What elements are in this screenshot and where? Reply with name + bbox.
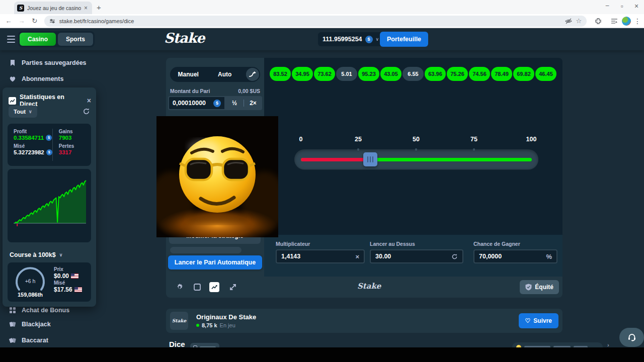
- close-icon[interactable]: ×: [87, 97, 91, 105]
- tab-list-icon[interactable]: [611, 18, 618, 24]
- result-pill[interactable]: 74.56: [469, 67, 490, 81]
- result-pill[interactable]: 95.23: [358, 67, 379, 81]
- roll-over-input[interactable]: 30.00: [370, 249, 463, 263]
- sports-tab[interactable]: Sports: [58, 33, 93, 46]
- browser-tab[interactable]: S Jouez au jeu de casino en ligne ×: [14, 2, 92, 14]
- prize-value: $0.00: [54, 273, 69, 280]
- bookmark-icon: [9, 59, 16, 66]
- chevron-down-icon[interactable]: ∨: [376, 37, 379, 42]
- result-pill[interactable]: 63.96: [425, 67, 446, 81]
- browser-tab-strip: ⌄ S Jouez au jeu de casino en ligne × + …: [0, 0, 644, 14]
- wins-label: Gains: [59, 129, 91, 134]
- window-close-button[interactable]: ×: [631, 2, 641, 10]
- stats-filter-dropdown[interactable]: Tout ∨: [9, 106, 37, 118]
- address-bar[interactable]: stake.bet/fr/casino/games/dice ☆: [44, 16, 587, 27]
- tick-label-75: 75: [470, 136, 477, 143]
- online-count: 8,75 k: [202, 322, 217, 328]
- us-flag-icon: [71, 274, 78, 279]
- tab-auto[interactable]: Auto: [207, 71, 244, 78]
- back-icon[interactable]: ←: [2, 17, 15, 25]
- sidebar-item-label: Parties sauvegardées: [22, 59, 87, 66]
- letterbox-bar: [0, 347, 644, 362]
- race-section-header[interactable]: Course à 100k$ ∨: [10, 251, 62, 258]
- swap-refresh-icon[interactable]: [451, 253, 458, 260]
- collapsed-setting-strip[interactable]: [170, 247, 242, 253]
- hamburger-menu-icon[interactable]: [7, 36, 15, 43]
- shield-check-icon: [525, 284, 532, 291]
- expand-icon[interactable]: [229, 283, 237, 291]
- forward-icon[interactable]: →: [15, 17, 28, 25]
- window-minimize-button[interactable]: –: [602, 2, 612, 9]
- result-pill[interactable]: 5.01: [336, 67, 357, 81]
- browser-menu-icon[interactable]: ⋮: [631, 17, 644, 25]
- profile-avatar[interactable]: [622, 17, 631, 26]
- fairness-button[interactable]: Équité: [520, 280, 559, 294]
- win-chance-input[interactable]: 70,0000 %: [473, 249, 557, 263]
- profit-chart-card: [8, 169, 91, 242]
- start-autobet-button[interactable]: Lancer le Pari Automatique: [168, 255, 262, 269]
- follow-button[interactable]: ♡ Suivre: [519, 313, 558, 328]
- heart-icon: [9, 75, 16, 82]
- wallet-button[interactable]: Portefeuille: [380, 32, 428, 47]
- usd-coin-icon: $: [46, 135, 52, 141]
- win-chance-value[interactable]: 70,0000: [479, 253, 546, 260]
- support-chat-button[interactable]: [619, 328, 644, 347]
- result-pill[interactable]: 78.49: [491, 67, 512, 81]
- sidebar-item-baccarat[interactable]: Baccarat: [9, 337, 48, 344]
- stake-logo[interactable]: Stake: [164, 30, 204, 46]
- sidebar-item-blackjack[interactable]: Blackjack: [9, 321, 51, 328]
- live-stats-toggle-icon[interactable]: [209, 282, 219, 292]
- tab-close-icon[interactable]: ×: [84, 5, 89, 12]
- wins-value: 7903: [59, 135, 91, 141]
- result-pill[interactable]: 43.05: [380, 67, 401, 81]
- result-pill[interactable]: 69.82: [513, 67, 534, 81]
- bookmark-star-icon[interactable]: ☆: [576, 17, 582, 25]
- bet-amount-input[interactable]: 0,00010000 $: [168, 96, 225, 110]
- window-maximize-button[interactable]: ▫: [617, 2, 627, 10]
- sidebar-item-label: Blackjack: [22, 321, 51, 328]
- eye-off-icon[interactable]: [565, 18, 572, 25]
- half-bet-button[interactable]: ½: [225, 100, 244, 107]
- dice-game-area: 83.5234.9573.625.0195.2343.056.5563.9675…: [264, 58, 562, 277]
- url-text[interactable]: stake.bet/fr/casino/games/dice: [59, 18, 561, 24]
- tick-label-0: 0: [299, 136, 303, 143]
- refresh-icon[interactable]: [83, 108, 90, 115]
- multiplier-input[interactable]: 1,4143 ×: [276, 249, 365, 263]
- double-bet-button[interactable]: 2×: [244, 100, 262, 107]
- slider-track[interactable]: [301, 158, 532, 161]
- extensions-icon[interactable]: [595, 18, 602, 25]
- sidebar-item-saved-games[interactable]: Parties sauvegardées: [9, 59, 87, 66]
- cards-icon: [9, 337, 16, 344]
- clear-x-icon: ×: [355, 253, 359, 260]
- tab-manual[interactable]: Manuel: [170, 71, 207, 78]
- chevron-down-icon: ∨: [59, 252, 63, 257]
- game-fields-strip: Multiplicateur 1,4143 × Lancer au Dessus…: [264, 235, 562, 277]
- multiplier-value[interactable]: 1,4143: [281, 253, 355, 260]
- result-pill[interactable]: 34.95: [292, 67, 313, 81]
- result-pill[interactable]: 83.52: [270, 67, 291, 81]
- slider-handle[interactable]: [363, 152, 377, 166]
- site-settings-icon[interactable]: [49, 18, 55, 24]
- tick-label-25: 25: [355, 136, 362, 143]
- bet-input-value[interactable]: 0,00010000: [173, 100, 211, 107]
- us-flag-icon: [74, 287, 82, 292]
- reload-icon[interactable]: ↻: [28, 17, 41, 25]
- sidebar-item-bonus-buy[interactable]: Achat de Bonus: [9, 307, 69, 314]
- dice-slider-zone: 0 25 50 75 100: [294, 136, 538, 181]
- new-tab-button[interactable]: +: [97, 3, 101, 12]
- result-pill[interactable]: 75.26: [447, 67, 468, 81]
- profit-chart: [8, 173, 91, 232]
- result-pill[interactable]: 73.62: [314, 67, 335, 81]
- settings-gear-icon[interactable]: [176, 283, 184, 291]
- strategy-shortcut-icon[interactable]: [246, 68, 259, 81]
- stake-watermark-logo: Stake: [357, 282, 381, 291]
- casino-tab[interactable]: Casino: [20, 33, 56, 46]
- sidebar-item-subscriptions[interactable]: Abonnements: [9, 75, 63, 82]
- result-pill[interactable]: 6.55: [403, 67, 424, 81]
- hotkeys-square-icon[interactable]: [193, 283, 201, 291]
- browser-toolbar: ← → ↻ stake.bet/fr/casino/games/dice ☆ ⋮: [0, 14, 644, 28]
- balance-display[interactable]: 111.95995254 $ ∨: [318, 32, 383, 46]
- result-pill[interactable]: 46.45: [535, 67, 556, 81]
- stake-tile-logo[interactable]: Stake: [170, 312, 188, 330]
- roll-over-value[interactable]: 30.00: [375, 253, 451, 260]
